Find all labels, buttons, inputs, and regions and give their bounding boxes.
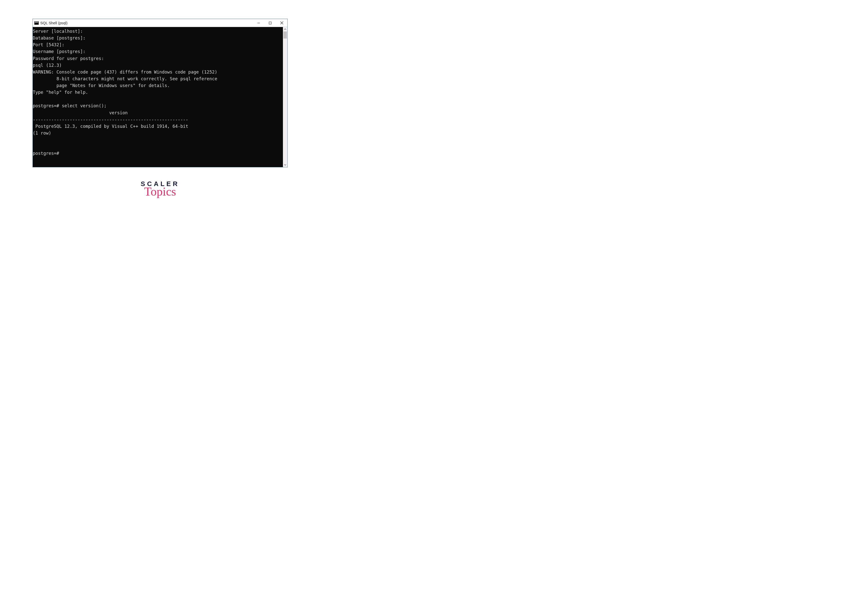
window-title: SQL Shell (psql) bbox=[40, 21, 68, 25]
watermark-line2: Topics bbox=[0, 187, 320, 196]
console-output[interactable]: Server [localhost]: Database [postgres]:… bbox=[33, 27, 283, 167]
vertical-scrollbar[interactable] bbox=[283, 27, 287, 167]
scroll-track[interactable] bbox=[283, 32, 287, 162]
maximize-button[interactable] bbox=[265, 19, 276, 27]
sql-shell-window: SQL Shell (psql) Server [localhost]: Dat… bbox=[33, 19, 288, 167]
watermark: SCALER Topics bbox=[0, 180, 320, 196]
scroll-down-arrow[interactable] bbox=[283, 162, 287, 167]
titlebar: SQL Shell (psql) bbox=[33, 19, 287, 27]
scroll-thumb[interactable] bbox=[283, 32, 287, 39]
scroll-up-arrow[interactable] bbox=[283, 27, 287, 32]
client-area: Server [localhost]: Database [postgres]:… bbox=[33, 27, 287, 167]
close-button[interactable] bbox=[276, 19, 287, 27]
minimize-button[interactable] bbox=[253, 19, 265, 27]
terminal-icon bbox=[34, 21, 39, 25]
svg-rect-1 bbox=[269, 22, 271, 24]
